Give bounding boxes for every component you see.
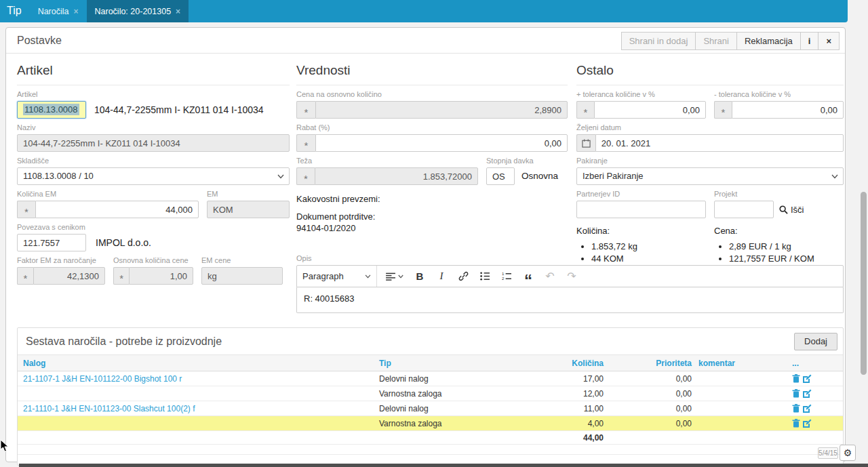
tab-narocila[interactable]: Naročila × (30, 0, 87, 22)
davek-label: Stopnja davka (486, 157, 558, 165)
page: Tip Naročila × Naročilo: 20-201305 × Pos… (0, 0, 868, 467)
kolicina-summary-item: 1.853,72 kg (591, 241, 706, 253)
em-cene-input (201, 267, 283, 285)
naziv-label: Naziv (17, 123, 290, 132)
nalog-link[interactable]: 21-1110-1 J&H EN-101123-00 Slashcut 100(… (18, 404, 379, 413)
vrednosti-section-title: Vrednosti (296, 54, 568, 85)
align-dropdown[interactable] (381, 268, 408, 285)
cena-summary-title: Cena: (714, 225, 814, 237)
edit-icon[interactable] (803, 419, 812, 428)
naziv-field: Naziv (17, 123, 290, 152)
tip-cell: Varnostna zaloga (379, 389, 562, 399)
ostalo-column: Ostalo + toleranca količine v % * - tole… (576, 54, 844, 265)
edit-icon[interactable] (803, 389, 812, 398)
prioriteta-cell: 0,00 (604, 389, 692, 399)
required-asterisk-icon: * (296, 167, 315, 185)
pakiranje-select[interactable]: Izberi Pakiranje (576, 167, 844, 185)
povezava-label: Povezava s cenikom (17, 223, 290, 232)
projekt-search-button[interactable]: Išči (779, 201, 804, 218)
settings-button[interactable]: ⚙ (840, 445, 856, 461)
italic-button[interactable]: I (431, 268, 452, 285)
cena-label: Cena na osnovno količino (296, 90, 568, 99)
align-left-icon (386, 272, 396, 281)
required-asterisk-icon: * (296, 134, 315, 152)
partner-input[interactable] (576, 201, 706, 218)
required-asterisk-icon: * (17, 267, 33, 285)
prioriteta-cell: 0,00 (604, 374, 692, 384)
artikel-input[interactable]: 1108.13.0008 (17, 101, 86, 119)
faktor-row: Faktor EM za naročanje * Osnovna količin… (17, 256, 290, 285)
horizontal-scrollbar[interactable] (19, 464, 868, 467)
edit-icon[interactable] (803, 374, 812, 383)
col-header-kolicina[interactable]: Količina (562, 359, 604, 368)
editor-toolbar: Paragraph B I 1 (296, 265, 844, 287)
opis-content[interactable]: R: 40015683 (296, 287, 844, 313)
save-and-add-button[interactable]: Shrani in dodaj (621, 32, 696, 50)
delete-icon[interactable] (792, 404, 800, 413)
bold-button[interactable]: B (410, 268, 430, 285)
link-button[interactable] (453, 268, 473, 285)
close-button[interactable]: × (818, 32, 840, 50)
vertical-scrollbar[interactable] (861, 192, 867, 375)
col-header-nalog[interactable]: Nalog (18, 359, 379, 368)
table-total-row: 44,00 (18, 431, 843, 445)
col-header-prioriteta[interactable]: Prioriteta (604, 359, 692, 368)
col-header-komentar[interactable]: komentar (692, 359, 762, 368)
faktor-label: Faktor EM za naročanje (17, 256, 105, 265)
tab-narocila-label: Naročila (38, 7, 69, 16)
tol-plus-input[interactable] (594, 101, 706, 119)
kolicina-em-row: Količina EM * EM (17, 190, 290, 218)
col-header-tip[interactable]: Tip (379, 359, 562, 368)
panel-header: Postavke Shrani in dodaj Shrani Reklamac… (6, 28, 845, 54)
undo-button[interactable]: ↶ (540, 268, 560, 285)
complaint-button[interactable]: Reklamacija (736, 32, 801, 50)
projekt-input[interactable] (714, 201, 774, 218)
delete-icon[interactable] (792, 389, 800, 398)
tol-minus-input[interactable] (732, 101, 844, 119)
em-label: EM (207, 190, 290, 199)
add-button[interactable]: Dodaj (794, 333, 837, 350)
tab-close-icon[interactable]: × (74, 7, 79, 16)
nalog-link[interactable]: 21-1107-1 J&H EN-101122-00 Bigshot 100 r (18, 374, 379, 384)
artikel-label: Artikel (17, 90, 290, 99)
pakiranje-label: Pakiranje (576, 157, 844, 165)
delete-icon[interactable] (792, 419, 800, 428)
kolicina-summary-title: Količina: (576, 225, 706, 237)
skladisce-label: Skladišče (17, 157, 290, 165)
osnovna-kolicina-label: Osnovna količina cene (113, 256, 193, 265)
kolicina-cell: 4,00 (562, 419, 604, 428)
datum-input[interactable] (595, 134, 844, 152)
save-button[interactable]: Shrani (695, 32, 737, 50)
redo-button[interactable]: ↷ (561, 268, 582, 285)
numbered-list-icon: 12 (502, 272, 512, 281)
table-empty-row (18, 445, 843, 455)
tip-cell: Delovni nalog (379, 374, 562, 384)
teza-label: Teža (296, 157, 478, 165)
table-header-row: Nalog Tip Količina Prioriteta komentar .… (18, 355, 843, 371)
required-asterisk-icon: * (296, 101, 315, 119)
tab-close-icon[interactable]: × (176, 7, 180, 16)
delete-icon[interactable] (792, 374, 800, 383)
numbered-list-button[interactable]: 12 (496, 268, 517, 285)
app-label: Tip (0, 0, 30, 22)
link-icon (458, 271, 469, 281)
calendar-icon[interactable] (576, 134, 595, 152)
projekt-label: Projekt (714, 190, 804, 199)
rabat-input[interactable] (315, 134, 568, 152)
rabat-label: Rabat (%) (296, 123, 568, 132)
blockquote-button[interactable]: “ (518, 268, 538, 285)
kolicina-em-input[interactable] (35, 201, 199, 218)
tab-narocilo-active[interactable]: Naročilo: 20-201305 × (87, 0, 189, 22)
edit-icon[interactable] (803, 404, 812, 413)
davek-input[interactable] (486, 167, 515, 185)
bullet-list-button[interactable] (475, 268, 495, 285)
info-button[interactable]: i (800, 32, 819, 50)
mouse-cursor (0, 439, 9, 453)
povezava-input[interactable] (17, 234, 86, 251)
paragraph-dropdown[interactable]: Paragraph (297, 266, 377, 287)
table-row: 21-1107-1 J&H EN-101122-00 Bigshot 100 r… (18, 371, 843, 386)
chevron-down-icon (277, 174, 284, 179)
tol-minus-label: - toleranca količine v % (714, 90, 844, 99)
top-tab-bar: Tip Naročila × Naročilo: 20-201305 × (0, 0, 848, 22)
skladisce-select[interactable]: 1108.13.0008 / 10 (17, 167, 290, 185)
